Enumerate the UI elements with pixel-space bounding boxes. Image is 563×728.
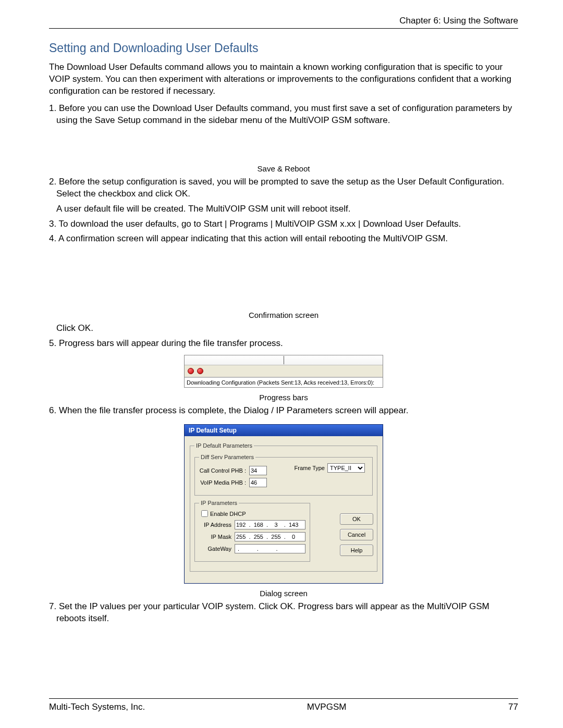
- figure-gap-2: [49, 248, 518, 305]
- step-4: 4. A confirmation screen will appear ind…: [56, 233, 518, 245]
- frame-type-select[interactable]: TYPE_II: [327, 463, 365, 473]
- legend-diff-serv: Diff Serv Parameters: [199, 454, 255, 460]
- voip-phb-input[interactable]: [249, 478, 267, 487]
- caption-save-reboot: Save & Reboot: [49, 164, 518, 173]
- step-7-a: 7. Set the IP values per your particular…: [49, 601, 280, 611]
- call-phb-input[interactable]: [249, 466, 267, 475]
- footer-page-number: 77: [508, 702, 518, 712]
- footer-product: MVPGSM: [307, 702, 347, 712]
- header-rule: [49, 28, 518, 29]
- ip-address-label: IP Address: [199, 522, 231, 528]
- help-button[interactable]: Help: [340, 545, 373, 556]
- record-icon-2: [197, 368, 203, 374]
- cancel-button[interactable]: Cancel: [340, 529, 373, 540]
- step-6-a: 6. When the file transfer process is com…: [49, 405, 243, 415]
- ip-default-setup-dialog: IP Default Setup IP Default Parameters D…: [184, 424, 383, 584]
- enable-dhcp-label: Enable DHCP: [210, 511, 246, 517]
- ok-text-3: OK: [280, 601, 293, 611]
- figure-gap-1: [49, 130, 518, 159]
- caption-dialog: Dialog screen: [49, 589, 518, 598]
- footer-company: Multi-Tech Systems, Inc.: [49, 702, 145, 712]
- dialog-titlebar: IP Default Setup: [185, 425, 383, 436]
- step-6-c: screen will appear.: [333, 405, 409, 415]
- intro-prefix: The: [49, 62, 67, 72]
- caption-progress: Progress bars: [49, 393, 518, 402]
- enable-dhcp-checkbox[interactable]: [201, 510, 208, 517]
- gateway-label: GateWay: [199, 546, 231, 552]
- step-7: 7. Set the IP values per your particular…: [56, 601, 518, 625]
- intro-command: Download User Defaults: [67, 62, 162, 72]
- legend-ip-default: IP Default Parameters: [194, 442, 254, 449]
- ok-text-1: OK: [175, 189, 188, 199]
- ip-mask-input[interactable]: [235, 532, 305, 541]
- progress-figure: Downloading Configuration (Packets Sent:…: [184, 355, 383, 388]
- step-1-c: command in the sidebar menu of the Multi…: [141, 115, 390, 125]
- frame-type-label: Frame Type: [295, 465, 325, 471]
- group-ip-parameters: IP Parameters Enable DHCP IP Address IP …: [194, 500, 310, 562]
- caption-confirm: Confirmation screen: [49, 311, 518, 319]
- step-2: 2. Before the setup configuration is sav…: [56, 176, 518, 200]
- save-setup-cmd: Save Setup: [95, 115, 141, 125]
- section-heading: Setting and Downloading User Defaults: [49, 41, 518, 55]
- step-5: 5. Progress bars will appear during the …: [56, 338, 518, 350]
- click-text: Click: [56, 323, 78, 333]
- progress-track: [185, 355, 383, 365]
- ip-address-input[interactable]: [235, 520, 305, 529]
- legend-ip-parameters: IP Parameters: [199, 500, 239, 506]
- step-1: 1. Before you can use the Download User …: [56, 103, 518, 127]
- ok-text-2: OK: [78, 323, 91, 333]
- period-1: .: [91, 323, 93, 333]
- intro-paragraph: The Download User Defaults command allow…: [49, 61, 518, 97]
- call-phb-label: Call Control PHB :: [199, 467, 246, 474]
- progress-status-text: Downloading Configuration (Packets Sent:…: [185, 377, 383, 387]
- progress-toolbar: [185, 365, 383, 377]
- voip-phb-label: VoIP Media PHB :: [199, 479, 246, 486]
- chapter-header: Chapter 6: Using the Software: [49, 16, 518, 26]
- menu-path: Start | Programs | MultiVOIP GSM x.xx | …: [203, 219, 458, 229]
- record-icon: [188, 368, 194, 374]
- step-3-a: 3. To download the user defaults, go to: [49, 219, 203, 229]
- click-ok-line: Click OK.: [56, 323, 518, 335]
- ok-button[interactable]: OK: [340, 513, 373, 525]
- step-6: 6. When the file transfer process is com…: [56, 405, 518, 417]
- page-footer: Multi-Tech Systems, Inc. MVPGSM 77: [49, 695, 518, 712]
- step-2-b: .: [188, 189, 190, 199]
- step-2-note: A user default file will be created. The…: [56, 203, 518, 215]
- group-diff-serv: Diff Serv Parameters Call Control PHB : …: [194, 454, 373, 496]
- step-3-b: .: [459, 219, 461, 229]
- dialog-ip-params: Dialog / IP Parameters: [243, 405, 333, 415]
- footer-rule: [49, 698, 518, 699]
- step-3: 3. To download the user defaults, go to …: [56, 218, 518, 230]
- ip-mask-label: IP Mask: [199, 534, 231, 540]
- step-2-a: 2. Before the setup configuration is sav…: [49, 177, 504, 199]
- progress-tick-icon: [284, 356, 284, 364]
- gateway-input[interactable]: [235, 544, 305, 553]
